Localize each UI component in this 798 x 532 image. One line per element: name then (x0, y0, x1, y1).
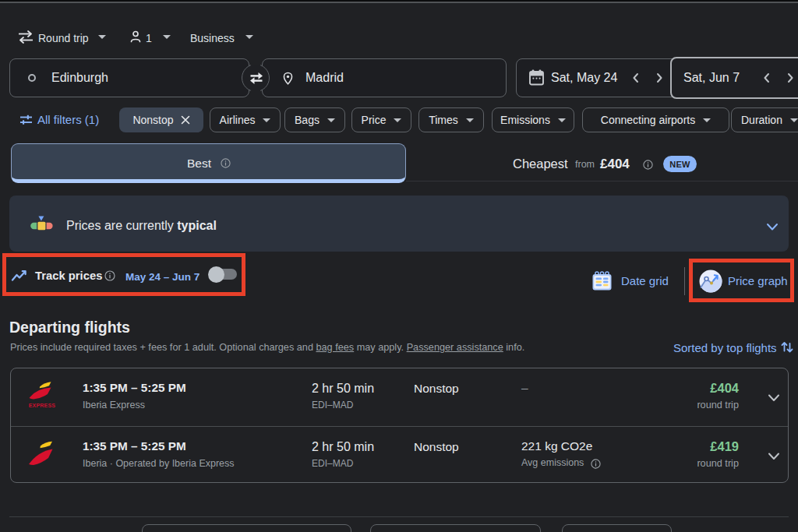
svg-text:EXPRESS: EXPRESS (29, 403, 56, 408)
